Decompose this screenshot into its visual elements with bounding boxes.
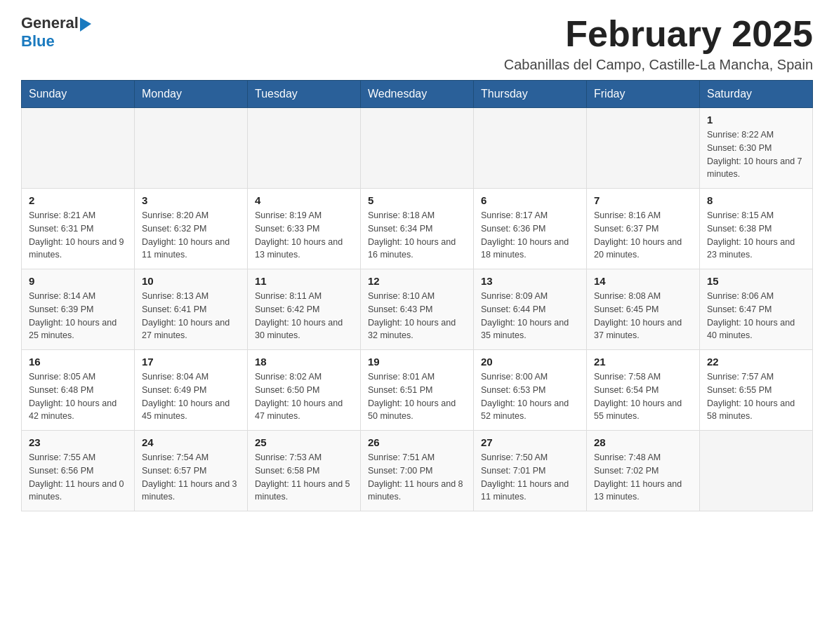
calendar-day-cell: 15Sunrise: 8:06 AM Sunset: 6:47 PM Dayli…: [700, 269, 813, 350]
calendar-day-cell: 2Sunrise: 8:21 AM Sunset: 6:31 PM Daylig…: [22, 189, 135, 269]
calendar-header-row: SundayMondayTuesdayWednesdayThursdayFrid…: [22, 81, 813, 108]
day-info: Sunrise: 8:09 AM Sunset: 6:44 PM Dayligh…: [481, 290, 579, 342]
day-number: 12: [368, 275, 466, 287]
day-info: Sunrise: 8:19 AM Sunset: 6:33 PM Dayligh…: [255, 209, 353, 262]
title-block: February 2025 Cabanillas del Campo, Cast…: [504, 14, 813, 73]
logo: General Blue: [21, 14, 94, 51]
day-info: Sunrise: 7:50 AM Sunset: 7:01 PM Dayligh…: [481, 451, 579, 504]
day-info: Sunrise: 8:00 AM Sunset: 6:53 PM Dayligh…: [481, 370, 579, 423]
page-header: General Blue February 2025 Cabanillas de…: [21, 14, 813, 73]
day-of-week-header: Monday: [135, 81, 248, 108]
logo-blue-text: Blue: [21, 32, 55, 50]
calendar-day-cell: 18Sunrise: 8:02 AM Sunset: 6:50 PM Dayli…: [248, 350, 361, 431]
calendar-day-cell: [700, 431, 813, 511]
calendar-table: SundayMondayTuesdayWednesdayThursdayFrid…: [21, 80, 813, 511]
day-number: 4: [255, 194, 353, 206]
day-number: 3: [142, 194, 240, 206]
day-info: Sunrise: 8:18 AM Sunset: 6:34 PM Dayligh…: [368, 209, 466, 262]
day-number: 6: [481, 194, 579, 206]
day-number: 11: [255, 275, 353, 287]
day-number: 24: [142, 436, 240, 448]
calendar-day-cell: 22Sunrise: 7:57 AM Sunset: 6:55 PM Dayli…: [700, 350, 813, 431]
day-number: 26: [368, 436, 466, 448]
calendar-day-cell: 8Sunrise: 8:15 AM Sunset: 6:38 PM Daylig…: [700, 189, 813, 269]
day-number: 21: [594, 356, 692, 368]
day-info: Sunrise: 8:15 AM Sunset: 6:38 PM Dayligh…: [707, 209, 805, 262]
day-info: Sunrise: 8:17 AM Sunset: 6:36 PM Dayligh…: [481, 209, 579, 262]
day-info: Sunrise: 8:01 AM Sunset: 6:51 PM Dayligh…: [368, 370, 466, 423]
day-info: Sunrise: 8:06 AM Sunset: 6:47 PM Dayligh…: [707, 290, 805, 342]
day-number: 8: [707, 194, 805, 206]
day-number: 16: [29, 356, 127, 368]
day-number: 7: [594, 194, 692, 206]
calendar-day-cell: 24Sunrise: 7:54 AM Sunset: 6:57 PM Dayli…: [135, 431, 248, 511]
day-number: 19: [368, 356, 466, 368]
day-info: Sunrise: 8:16 AM Sunset: 6:37 PM Dayligh…: [594, 209, 692, 262]
calendar-day-cell: [474, 108, 587, 189]
svg-marker-0: [80, 18, 91, 32]
calendar-day-cell: 5Sunrise: 8:18 AM Sunset: 6:34 PM Daylig…: [361, 189, 474, 269]
day-number: 2: [29, 194, 127, 206]
day-info: Sunrise: 8:11 AM Sunset: 6:42 PM Dayligh…: [255, 290, 353, 342]
day-info: Sunrise: 7:53 AM Sunset: 6:58 PM Dayligh…: [255, 451, 353, 504]
calendar-week-row: 16Sunrise: 8:05 AM Sunset: 6:48 PM Dayli…: [22, 350, 813, 431]
day-number: 27: [481, 436, 579, 448]
calendar-day-cell: 27Sunrise: 7:50 AM Sunset: 7:01 PM Dayli…: [474, 431, 587, 511]
calendar-week-row: 1Sunrise: 8:22 AM Sunset: 6:30 PM Daylig…: [22, 108, 813, 189]
calendar-day-cell: [248, 108, 361, 189]
day-info: Sunrise: 8:14 AM Sunset: 6:39 PM Dayligh…: [29, 290, 127, 342]
calendar-day-cell: 4Sunrise: 8:19 AM Sunset: 6:33 PM Daylig…: [248, 189, 361, 269]
day-info: Sunrise: 8:05 AM Sunset: 6:48 PM Dayligh…: [29, 370, 127, 423]
day-of-week-header: Wednesday: [361, 81, 474, 108]
calendar-day-cell: 7Sunrise: 8:16 AM Sunset: 6:37 PM Daylig…: [587, 189, 700, 269]
calendar-week-row: 23Sunrise: 7:55 AM Sunset: 6:56 PM Dayli…: [22, 431, 813, 511]
day-info: Sunrise: 8:20 AM Sunset: 6:32 PM Dayligh…: [142, 209, 240, 262]
day-info: Sunrise: 8:21 AM Sunset: 6:31 PM Dayligh…: [29, 209, 127, 262]
calendar-day-cell: 3Sunrise: 8:20 AM Sunset: 6:32 PM Daylig…: [135, 189, 248, 269]
day-info: Sunrise: 8:10 AM Sunset: 6:43 PM Dayligh…: [368, 290, 466, 342]
day-number: 20: [481, 356, 579, 368]
day-of-week-header: Friday: [587, 81, 700, 108]
location-subtitle: Cabanillas del Campo, Castille-La Mancha…: [504, 57, 813, 73]
calendar-day-cell: 20Sunrise: 8:00 AM Sunset: 6:53 PM Dayli…: [474, 350, 587, 431]
day-info: Sunrise: 7:51 AM Sunset: 7:00 PM Dayligh…: [368, 451, 466, 504]
calendar-day-cell: 16Sunrise: 8:05 AM Sunset: 6:48 PM Dayli…: [22, 350, 135, 431]
calendar-day-cell: 6Sunrise: 8:17 AM Sunset: 6:36 PM Daylig…: [474, 189, 587, 269]
calendar-day-cell: 9Sunrise: 8:14 AM Sunset: 6:39 PM Daylig…: [22, 269, 135, 350]
calendar-day-cell: 28Sunrise: 7:48 AM Sunset: 7:02 PM Dayli…: [587, 431, 700, 511]
calendar-day-cell: 10Sunrise: 8:13 AM Sunset: 6:41 PM Dayli…: [135, 269, 248, 350]
day-of-week-header: Thursday: [474, 81, 587, 108]
day-number: 23: [29, 436, 127, 448]
day-info: Sunrise: 8:08 AM Sunset: 6:45 PM Dayligh…: [594, 290, 692, 342]
day-of-week-header: Sunday: [22, 81, 135, 108]
day-number: 18: [255, 356, 353, 368]
day-number: 1: [707, 114, 805, 126]
calendar-day-cell: 23Sunrise: 7:55 AM Sunset: 6:56 PM Dayli…: [22, 431, 135, 511]
calendar-day-cell: [587, 108, 700, 189]
day-number: 17: [142, 356, 240, 368]
day-info: Sunrise: 7:55 AM Sunset: 6:56 PM Dayligh…: [29, 451, 127, 504]
day-number: 22: [707, 356, 805, 368]
day-number: 13: [481, 275, 579, 287]
calendar-day-cell: 13Sunrise: 8:09 AM Sunset: 6:44 PM Dayli…: [474, 269, 587, 350]
day-info: Sunrise: 8:02 AM Sunset: 6:50 PM Dayligh…: [255, 370, 353, 423]
day-info: Sunrise: 7:57 AM Sunset: 6:55 PM Dayligh…: [707, 370, 805, 423]
logo-arrow-icon: [80, 16, 94, 32]
calendar-day-cell: [22, 108, 135, 189]
calendar-day-cell: 19Sunrise: 8:01 AM Sunset: 6:51 PM Dayli…: [361, 350, 474, 431]
calendar-day-cell: 11Sunrise: 8:11 AM Sunset: 6:42 PM Dayli…: [248, 269, 361, 350]
day-of-week-header: Saturday: [700, 81, 813, 108]
calendar-day-cell: 25Sunrise: 7:53 AM Sunset: 6:58 PM Dayli…: [248, 431, 361, 511]
day-of-week-header: Tuesday: [248, 81, 361, 108]
day-number: 14: [594, 275, 692, 287]
day-info: Sunrise: 7:54 AM Sunset: 6:57 PM Dayligh…: [142, 451, 240, 504]
calendar-day-cell: [135, 108, 248, 189]
day-info: Sunrise: 8:22 AM Sunset: 6:30 PM Dayligh…: [707, 128, 805, 181]
day-number: 28: [594, 436, 692, 448]
day-number: 5: [368, 194, 466, 206]
day-info: Sunrise: 8:13 AM Sunset: 6:41 PM Dayligh…: [142, 290, 240, 342]
logo-general-text: General: [21, 14, 79, 32]
calendar-day-cell: 1Sunrise: 8:22 AM Sunset: 6:30 PM Daylig…: [700, 108, 813, 189]
month-title: February 2025: [504, 14, 813, 54]
day-number: 25: [255, 436, 353, 448]
